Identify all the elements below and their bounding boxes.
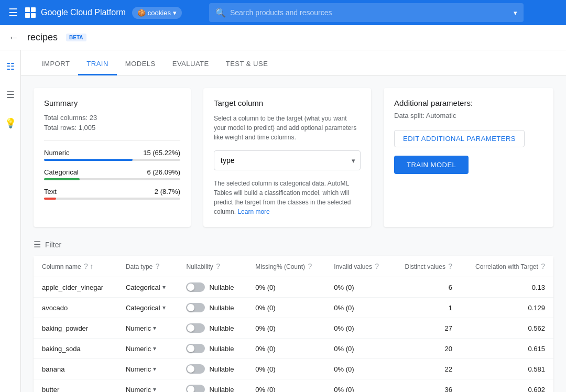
table-row: avocado Categorical ▾ Nullable 0% (0) 0%… xyxy=(34,298,553,318)
sidebar-bulb-icon[interactable]: 💡 xyxy=(1,113,20,133)
bar-track-text xyxy=(44,198,180,200)
svg-rect-0 xyxy=(25,7,30,12)
cell-correlation-2: 0.562 xyxy=(461,318,553,339)
cell-distinct-1: 1 xyxy=(392,298,461,318)
data-type-help-icon[interactable]: ? xyxy=(156,262,160,270)
summary-divider xyxy=(44,140,180,140)
cell-invalid-2: 0% (0) xyxy=(325,318,391,339)
nullability-toggle-1[interactable] xyxy=(186,303,205,312)
cell-invalid-1: 0% (0) xyxy=(325,298,391,318)
target-column-description: Select a column to be the target (what y… xyxy=(214,114,361,142)
bar-track-numeric xyxy=(44,159,180,161)
additional-params-card: Additional parameters: Data split: Autom… xyxy=(384,88,553,227)
col-header-correlation: Correlation with Target ? xyxy=(461,256,553,277)
sidebar-grid-icon[interactable]: ☷ xyxy=(2,57,19,77)
tab-test-use[interactable]: TEST & USE xyxy=(217,53,277,75)
cell-distinct-3: 20 xyxy=(392,339,461,359)
data-type-dropdown-3[interactable]: ▾ xyxy=(153,345,156,352)
cell-nullability-4: Nullable xyxy=(178,359,247,379)
nullability-help-icon[interactable]: ? xyxy=(216,262,220,270)
tab-models[interactable]: MODELS xyxy=(117,53,164,75)
cell-invalid-0: 0% (0) xyxy=(325,277,391,298)
data-split-label: Data split: Automatic xyxy=(394,112,543,119)
bar-label-text: Text xyxy=(44,188,57,195)
nullability-toggle-5[interactable] xyxy=(186,385,205,392)
cell-column-name-5: butter xyxy=(34,379,117,393)
nullability-toggle-4[interactable] xyxy=(186,364,205,374)
nullability-toggle-2[interactable] xyxy=(186,323,205,333)
data-type-dropdown-5[interactable]: ▾ xyxy=(153,386,156,392)
col-header-invalid: Invalid values ? xyxy=(325,256,391,277)
menu-icon[interactable]: ☰ xyxy=(8,6,18,19)
learn-more-link[interactable]: Learn more xyxy=(237,208,269,215)
page-title: recipes xyxy=(27,32,58,43)
column-name-sort-icon[interactable]: ↑ xyxy=(90,262,93,270)
bar-label-numeric: Numeric xyxy=(44,149,69,157)
data-type-dropdown-2[interactable]: ▾ xyxy=(153,324,156,332)
col-header-distinct: Distinct values ? xyxy=(392,256,461,277)
correlation-help-icon[interactable]: ? xyxy=(541,262,545,270)
target-column-select[interactable]: type xyxy=(214,150,361,170)
filter-label[interactable]: Filter xyxy=(45,241,61,249)
sidebar-list-icon[interactable]: ☰ xyxy=(2,85,19,105)
cell-distinct-2: 27 xyxy=(392,318,461,339)
cell-data-type-0: Categorical ▾ xyxy=(117,277,178,298)
cell-column-name-1: avocado xyxy=(34,298,117,318)
additional-params-title: Additional parameters: xyxy=(394,99,543,107)
cell-nullability-1: Nullable xyxy=(178,298,247,318)
data-table-section: ☰ Filter Column name ? ↑ Data type ? xyxy=(21,239,566,392)
train-model-button[interactable]: TRAIN MODEL xyxy=(394,156,469,174)
nullability-toggle-0[interactable] xyxy=(186,282,205,292)
bar-value-categorical: 6 (26.09%) xyxy=(147,168,180,176)
cell-data-type-3: Numeric ▾ xyxy=(117,339,178,359)
col-header-nullability: Nullability ? xyxy=(178,256,247,277)
back-button[interactable]: ← xyxy=(8,31,19,43)
tab-evaluate[interactable]: EVALUATE xyxy=(164,53,217,75)
col-header-missing: Missing% (Count) ? xyxy=(247,256,325,277)
svg-rect-2 xyxy=(25,13,30,18)
filter-bar: ☰ Filter xyxy=(34,239,553,249)
cell-data-type-1: Categorical ▾ xyxy=(117,298,178,318)
invalid-help-icon[interactable]: ? xyxy=(375,262,379,270)
cell-invalid-3: 0% (0) xyxy=(325,339,391,359)
cell-data-type-5: Numeric ▾ xyxy=(117,379,178,393)
data-type-dropdown-4[interactable]: ▾ xyxy=(153,365,156,373)
bar-value-numeric: 15 (65.22%) xyxy=(143,149,180,157)
tab-bar: IMPORT TRAIN MODELS EVALUATE TEST & USE xyxy=(21,50,566,75)
cards-row: Summary Total columns: 23 Total rows: 1,… xyxy=(21,75,566,239)
edit-additional-params-button[interactable]: EDIT ADDITIONAL PARAMETERS xyxy=(394,130,525,147)
cell-nullability-3: Nullable xyxy=(178,339,247,359)
distinct-help-icon[interactable]: ? xyxy=(448,262,452,270)
svg-rect-3 xyxy=(31,13,36,18)
cell-correlation-4: 0.581 xyxy=(461,359,553,379)
cell-column-name-0: apple_cider_vinegar xyxy=(34,277,117,298)
nullability-toggle-3[interactable] xyxy=(186,344,205,353)
cell-distinct-0: 6 xyxy=(392,277,461,298)
cell-distinct-4: 22 xyxy=(392,359,461,379)
cell-data-type-2: Numeric ▾ xyxy=(117,318,178,339)
data-type-dropdown-0[interactable]: ▾ xyxy=(162,284,166,291)
col-header-column-name: Column name ? ↑ xyxy=(34,256,117,277)
bar-fill-categorical xyxy=(44,178,80,180)
missing-help-icon[interactable]: ? xyxy=(308,262,312,270)
search-bar[interactable]: 🔍 ▾ xyxy=(209,3,524,22)
top-navigation: ☰ Google Cloud Platform 🍪 cookies ▾ 🔍 ▾ xyxy=(0,0,566,25)
data-type-dropdown-1[interactable]: ▾ xyxy=(162,304,166,311)
tab-train[interactable]: TRAIN xyxy=(78,53,117,75)
bar-track-categorical xyxy=(44,178,180,180)
search-input[interactable] xyxy=(230,8,514,17)
total-rows-stat: Total rows: 1,005 xyxy=(44,124,180,132)
cell-column-name-4: banana xyxy=(34,359,117,379)
cell-nullability-0: Nullable xyxy=(178,277,247,298)
cookies-badge[interactable]: 🍪 cookies ▾ xyxy=(132,7,182,19)
column-name-help-icon[interactable]: ? xyxy=(84,262,88,270)
beta-badge: BETA xyxy=(66,34,86,41)
bar-categorical: Categorical 6 (26.09%) xyxy=(44,168,180,180)
tab-import[interactable]: IMPORT xyxy=(34,53,78,75)
bar-label-categorical: Categorical xyxy=(44,168,79,176)
table-header-row: Column name ? ↑ Data type ? Nullability … xyxy=(34,256,553,277)
cell-missing-4: 0% (0) xyxy=(247,359,325,379)
table-body: apple_cider_vinegar Categorical ▾ Nullab… xyxy=(34,277,553,393)
cell-correlation-1: 0.129 xyxy=(461,298,553,318)
expand-search-icon[interactable]: ▾ xyxy=(514,9,517,17)
